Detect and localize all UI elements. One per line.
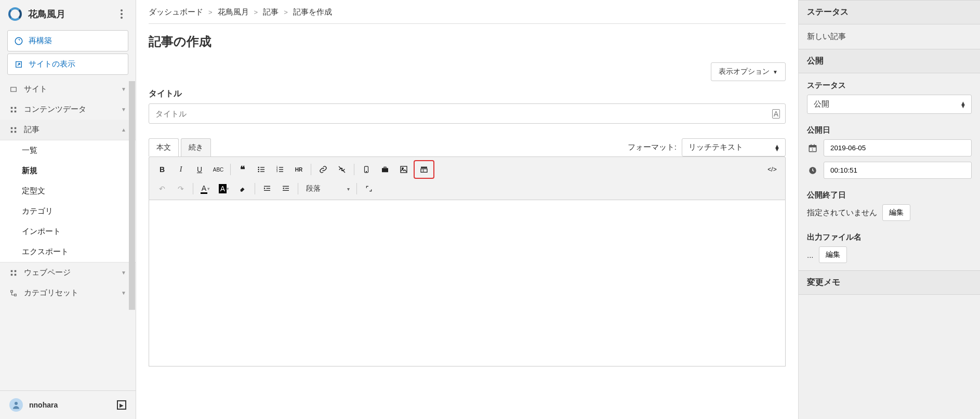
template-insert-icon[interactable]: $ bbox=[415, 162, 433, 177]
sidebar-footer: nnohara ▶ bbox=[0, 390, 136, 419]
enddate-edit-button[interactable]: 編集 bbox=[882, 204, 910, 221]
svg-point-30 bbox=[366, 172, 366, 172]
undo-icon[interactable]: ↶ bbox=[153, 181, 171, 197]
breadcrumb: ダッシュボード > 花鳥風月 > 記事 > 記事を作成 bbox=[149, 7, 786, 24]
eraser-icon[interactable] bbox=[234, 181, 251, 197]
enddate-none: 指定されていません bbox=[807, 208, 877, 218]
tab-more[interactable]: 続き bbox=[181, 138, 211, 156]
username: nnohara bbox=[29, 401, 58, 409]
svg-point-21 bbox=[258, 171, 259, 173]
svg-rect-2 bbox=[11, 107, 13, 109]
indent-icon[interactable] bbox=[258, 181, 276, 197]
external-link-icon bbox=[14, 60, 23, 69]
svg-rect-20 bbox=[260, 169, 264, 169]
sidebar-scrollbar[interactable] bbox=[129, 81, 135, 310]
display-options-button[interactable]: 表示オプション ▼ bbox=[711, 62, 786, 81]
sub-category[interactable]: カテゴリ bbox=[0, 201, 136, 221]
svg-rect-7 bbox=[15, 127, 17, 129]
outdent-icon[interactable] bbox=[277, 181, 295, 197]
bg-color-icon[interactable]: A ▾ bbox=[215, 181, 233, 197]
svg-rect-4 bbox=[11, 110, 13, 112]
svg-rect-14 bbox=[11, 290, 13, 292]
nav-webpage[interactable]: ウェブページ ▼ bbox=[0, 263, 136, 283]
svg-rect-42 bbox=[283, 190, 289, 191]
pubdate-label: 公開日 bbox=[807, 125, 972, 135]
svg-rect-11 bbox=[15, 270, 17, 272]
status-widget-header: ステータス bbox=[799, 0, 980, 24]
bc-sep: > bbox=[284, 8, 288, 16]
number-list-icon[interactable]: 123 bbox=[271, 162, 289, 177]
svg-point-33 bbox=[402, 168, 404, 169]
fullscreen-icon[interactable] bbox=[360, 181, 378, 197]
refresh-icon bbox=[14, 36, 23, 46]
bc-dashboard[interactable]: ダッシュボード bbox=[149, 7, 203, 17]
output-file-edit-button[interactable]: 編集 bbox=[819, 246, 847, 263]
sub-list[interactable]: 一覧 bbox=[0, 140, 136, 161]
tab-body[interactable]: 本文 bbox=[149, 138, 179, 156]
kebab-menu-icon[interactable] bbox=[116, 8, 127, 20]
bc-articles[interactable]: 記事 bbox=[263, 7, 279, 17]
svg-rect-25 bbox=[279, 171, 283, 172]
link-icon[interactable] bbox=[314, 162, 332, 177]
strikethrough-icon[interactable]: ABC bbox=[209, 162, 227, 177]
format-select[interactable]: リッチテキスト ▲▼ bbox=[682, 138, 786, 156]
grid-icon bbox=[9, 269, 18, 277]
calendar-icon: 1 bbox=[807, 142, 818, 154]
brand-row: 花鳥風月 bbox=[0, 0, 136, 28]
bc-site[interactable]: 花鳥風月 bbox=[218, 7, 249, 17]
text-color-icon[interactable]: A ▾ bbox=[196, 181, 214, 197]
underline-icon[interactable]: U bbox=[191, 162, 208, 177]
italic-icon[interactable]: I bbox=[172, 162, 190, 177]
sub-new[interactable]: 新規 bbox=[0, 161, 136, 181]
pubdate-input[interactable] bbox=[824, 139, 972, 156]
chevron-up-icon: ▲ bbox=[121, 127, 126, 133]
sort-icon: ▲▼ bbox=[774, 145, 780, 151]
sub-import[interactable]: インポート bbox=[0, 221, 136, 242]
blockquote-icon[interactable]: ❝ bbox=[234, 162, 251, 177]
site-icon bbox=[9, 85, 18, 94]
image-icon[interactable] bbox=[395, 162, 413, 177]
sub-boilerplate[interactable]: 定型文 bbox=[0, 181, 136, 201]
change-memo-header: 変更メモ bbox=[799, 270, 980, 295]
avatar-icon[interactable] bbox=[9, 398, 23, 412]
rebuild-button[interactable]: 再構築 bbox=[7, 30, 128, 51]
editor-body[interactable] bbox=[149, 200, 786, 366]
redo-icon[interactable]: ↷ bbox=[172, 181, 190, 197]
pubtime-input[interactable] bbox=[824, 162, 972, 179]
phone-icon[interactable] bbox=[357, 162, 375, 177]
bold-icon[interactable]: B bbox=[153, 162, 171, 177]
site-name: 花鳥風月 bbox=[28, 8, 65, 20]
view-site-button[interactable]: サイトの表示 bbox=[7, 54, 128, 75]
paragraph-select[interactable]: 段落 ▾ bbox=[301, 181, 353, 196]
status-widget-body: 新しい記事 bbox=[799, 24, 980, 49]
hr-icon[interactable]: HR bbox=[290, 162, 308, 177]
nav-articles[interactable]: 記事 ▲ bbox=[0, 120, 136, 140]
sort-icon: ▲▼ bbox=[960, 101, 966, 108]
title-label: タイトル bbox=[149, 88, 786, 99]
svg-point-19 bbox=[258, 169, 259, 171]
caret-down-icon: ▾ bbox=[347, 186, 350, 192]
highlighted-toolbar-item: $ bbox=[414, 160, 434, 179]
sub-export[interactable]: エクスポート bbox=[0, 242, 136, 262]
title-input[interactable] bbox=[155, 109, 766, 118]
source-code-icon[interactable]: </> bbox=[763, 162, 781, 177]
chevron-down-icon: ▼ bbox=[121, 290, 126, 296]
briefcase-icon[interactable] bbox=[376, 162, 394, 177]
bullet-list-icon[interactable] bbox=[253, 162, 270, 177]
output-file-label: 出力ファイル名 bbox=[807, 232, 972, 242]
unlink-icon[interactable] bbox=[333, 162, 351, 177]
nav-content-data[interactable]: コンテンツデータ ▼ bbox=[0, 99, 136, 120]
svg-point-17 bbox=[258, 167, 259, 168]
svg-text:3: 3 bbox=[276, 170, 278, 173]
logo-icon bbox=[8, 7, 22, 21]
nav-category-set[interactable]: カテゴリセット ▼ bbox=[0, 283, 136, 303]
svg-point-0 bbox=[15, 37, 22, 45]
clock-icon bbox=[807, 165, 818, 176]
nav-site[interactable]: サイト ▼ bbox=[0, 79, 136, 99]
keyboard-icon[interactable]: A bbox=[772, 109, 780, 119]
svg-rect-45 bbox=[811, 144, 812, 146]
svg-rect-3 bbox=[15, 107, 17, 109]
status-select[interactable]: 公開 ▲▼ bbox=[807, 95, 972, 114]
play-icon[interactable]: ▶ bbox=[117, 400, 126, 410]
svg-rect-32 bbox=[401, 166, 407, 173]
